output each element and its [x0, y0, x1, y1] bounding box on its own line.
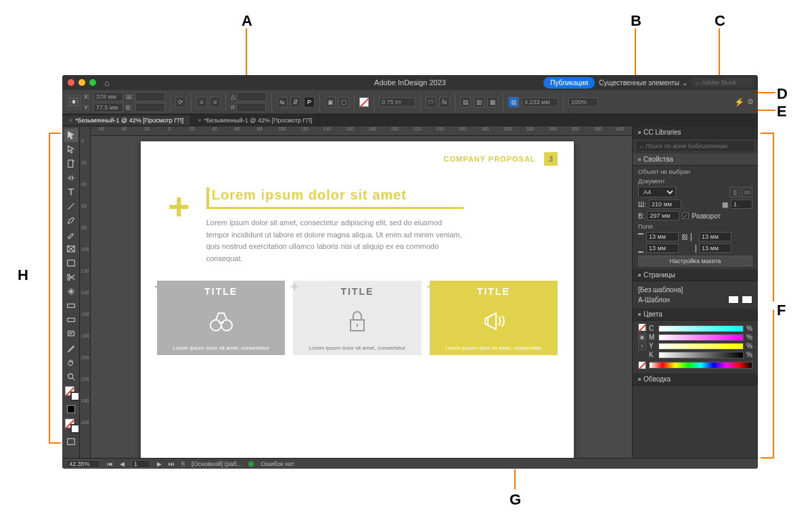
- page-thumb-icon[interactable]: [728, 296, 739, 304]
- zoom-tool-icon[interactable]: [64, 370, 78, 383]
- scissors-tool-icon[interactable]: [64, 271, 78, 284]
- reference-point-widget[interactable]: [66, 95, 81, 110]
- effects-icon[interactable]: fx: [439, 97, 450, 108]
- align-left-icon[interactable]: ≡: [196, 97, 207, 108]
- close-tab-icon[interactable]: ×: [198, 117, 201, 124]
- valign-top-icon[interactable]: ▤: [460, 97, 471, 108]
- stroke-weight-field[interactable]: [379, 97, 415, 107]
- doc-tab[interactable]: ×*Безымянный-1 @ 42% [Просмотр ГП]: [191, 116, 319, 125]
- gradient-feather-tool-icon[interactable]: [64, 313, 78, 327]
- none-swatch-icon[interactable]: [638, 361, 646, 369]
- margin-top-field[interactable]: [646, 232, 679, 241]
- formatting-container-icon[interactable]: ▣: [638, 333, 646, 341]
- zoom-field[interactable]: [568, 97, 598, 107]
- last-page-icon[interactable]: ⏭: [168, 461, 175, 467]
- workspace-select[interactable]: Существенные элементы ⌄: [599, 79, 687, 87]
- flip-v-icon[interactable]: ⇵: [290, 97, 301, 108]
- search-input[interactable]: ⌕Adobe Stock: [692, 78, 754, 87]
- hand-tool-icon[interactable]: [64, 356, 78, 369]
- page-preset-select[interactable]: A4: [638, 187, 676, 197]
- first-page-icon[interactable]: ⏮: [107, 461, 113, 467]
- rectangle-tool-icon[interactable]: [64, 256, 78, 270]
- pages-field[interactable]: [731, 200, 752, 209]
- doc-tab[interactable]: ×*Безымянный-1 @ 42% [Просмотр ГП]: [62, 116, 191, 125]
- pencil-tool-icon[interactable]: [64, 228, 78, 241]
- errors-label[interactable]: Ошибок нет: [261, 461, 294, 467]
- formatting-text-icon[interactable]: T: [638, 342, 646, 350]
- portrait-icon[interactable]: ▯: [729, 187, 740, 197]
- open-icon[interactable]: ⎘: [181, 461, 185, 467]
- type-tool-icon[interactable]: [64, 185, 78, 199]
- selection-tool-icon[interactable]: [64, 128, 78, 142]
- link-icon[interactable]: ⛓: [681, 233, 688, 241]
- doc-width-field[interactable]: [649, 200, 681, 209]
- master-none-label[interactable]: [Без шаблона]: [638, 286, 683, 294]
- maximize-window-icon[interactable]: [89, 79, 96, 86]
- fill-none-swatch[interactable]: [638, 323, 646, 331]
- angle-field[interactable]: [237, 92, 267, 101]
- wrap2-icon[interactable]: ▢: [338, 97, 349, 108]
- default-swatch[interactable]: [65, 419, 80, 434]
- p-icon[interactable]: P: [304, 97, 315, 108]
- panel-color[interactable]: Цвета: [633, 308, 758, 321]
- panel-cc-libraries[interactable]: CC Libraries: [633, 126, 758, 139]
- margin-bottom-field[interactable]: [646, 243, 679, 253]
- y-slider[interactable]: [658, 343, 744, 350]
- libraries-search-input[interactable]: ⌕Поиск по всем библиотекам: [637, 141, 754, 151]
- flip-h-icon[interactable]: ⇋: [277, 97, 288, 108]
- note-tool-icon[interactable]: [64, 327, 78, 341]
- fill-swatch-icon[interactable]: [359, 97, 369, 107]
- direct-select-tool-icon[interactable]: [64, 143, 78, 156]
- x-field[interactable]: [93, 92, 123, 101]
- h-field[interactable]: [135, 103, 165, 112]
- layout-settings-button[interactable]: Настройка макета: [638, 256, 752, 266]
- m-slider[interactable]: [658, 334, 744, 341]
- page-tool-icon[interactable]: [64, 157, 78, 170]
- align-center-icon[interactable]: ≡: [210, 97, 221, 108]
- page-field[interactable]: [131, 460, 150, 468]
- next-page-icon[interactable]: ▶: [157, 461, 162, 467]
- valign-mid-icon[interactable]: ▥: [474, 97, 484, 108]
- doc-height-field[interactable]: [647, 211, 679, 220]
- y-field[interactable]: [93, 103, 123, 112]
- wrap-icon[interactable]: ▣: [325, 97, 336, 108]
- page-thumb-icon[interactable]: [742, 296, 752, 304]
- minimize-window-icon[interactable]: [78, 79, 85, 86]
- eyedropper-tool-icon[interactable]: [64, 342, 78, 355]
- panel-stroke[interactable]: Обводка: [633, 373, 758, 386]
- margin-left-field[interactable]: [699, 232, 731, 241]
- gap-tool-icon[interactable]: [64, 171, 78, 185]
- spread-checkbox[interactable]: ✓: [682, 212, 689, 219]
- spectrum-bar[interactable]: [649, 362, 752, 369]
- close-tab-icon[interactable]: ×: [69, 117, 72, 124]
- w-field[interactable]: [135, 92, 165, 101]
- prev-page-icon[interactable]: ◀: [120, 461, 125, 467]
- corner-icon[interactable]: ⬭: [426, 97, 436, 108]
- margin-right-field[interactable]: [699, 243, 731, 253]
- fill-stroke-swatch[interactable]: [65, 386, 80, 401]
- panel-pages[interactable]: Страницы: [633, 269, 758, 281]
- rectangle-frame-tool-icon[interactable]: [64, 242, 78, 256]
- publish-button[interactable]: Публикация: [543, 77, 595, 89]
- page-artboard[interactable]: COMPANY PROPOSAL 3 + Lorem ipsum dolor s…: [141, 141, 574, 458]
- apply-color-icon[interactable]: [64, 402, 78, 416]
- close-window-icon[interactable]: [68, 79, 74, 86]
- line-tool-icon[interactable]: [64, 200, 78, 213]
- panel-settings-icon[interactable]: ⚙: [747, 97, 754, 106]
- layer-label[interactable]: [Основной] (раб...: [191, 461, 242, 467]
- shear-field[interactable]: [236, 103, 266, 112]
- zoom-select[interactable]: [66, 460, 100, 468]
- c-slider[interactable]: [658, 325, 744, 332]
- canvas[interactable]: 6040200204060801001201401601802002202402…: [91, 126, 632, 458]
- landscape-icon[interactable]: ▭: [742, 187, 752, 197]
- home-icon[interactable]: ⌂: [104, 78, 110, 88]
- master-label[interactable]: А-Шаблон: [638, 296, 670, 304]
- rotate-icon[interactable]: ⟳: [175, 97, 186, 108]
- view-mode-icon[interactable]: [64, 435, 78, 448]
- pen-tool-icon[interactable]: [64, 214, 78, 227]
- gradient-tool-icon[interactable]: [64, 299, 78, 312]
- k-slider[interactable]: [658, 352, 744, 358]
- transform-tool-icon[interactable]: [64, 285, 78, 298]
- gpu-icon[interactable]: ⚡: [734, 97, 744, 107]
- panel-properties[interactable]: Свойства: [633, 154, 758, 166]
